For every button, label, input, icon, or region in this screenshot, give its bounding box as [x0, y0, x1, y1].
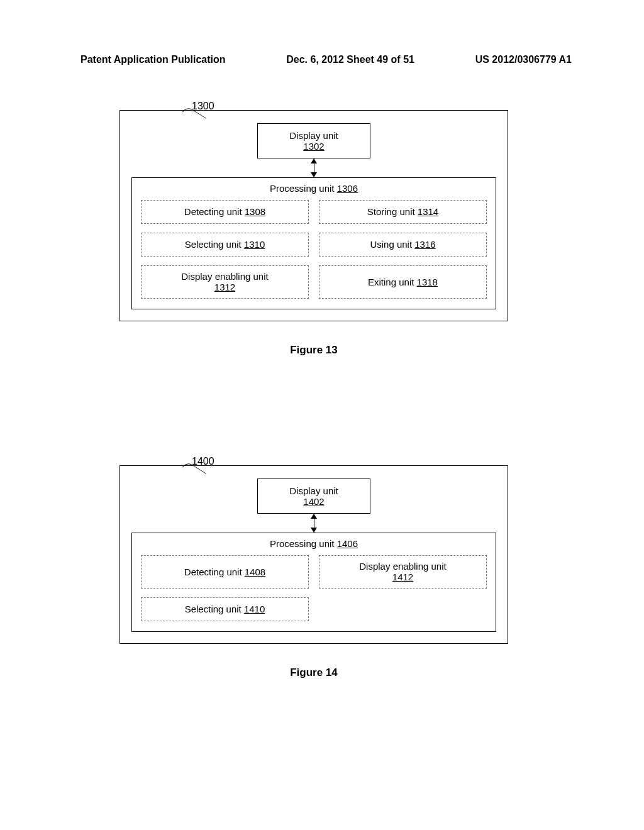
processing-unit-title: Processing unit 1406	[141, 538, 487, 549]
display-unit-num: 1402	[303, 496, 324, 507]
selecting-unit: Selecting unit 1410	[141, 597, 309, 621]
processing-unit-box: Processing unit 1406 Detecting unit 1408…	[131, 533, 496, 632]
figure-caption: Figure 14	[119, 667, 508, 679]
header-left: Patent Application Publication	[80, 54, 226, 65]
display-unit-box: Display unit 1402	[257, 479, 370, 514]
display-unit-box: Display unit 1302	[257, 123, 370, 158]
selecting-unit: Selecting unit 1310	[141, 233, 309, 257]
device-box: Display unit 1302 Processing unit 1306 D…	[119, 110, 508, 321]
figure-14: 1400 Display unit 1402 Processing unit 1…	[119, 465, 508, 679]
display-unit-label: Display unit	[289, 130, 338, 141]
arrow-down-icon	[311, 528, 317, 533]
detecting-unit: Detecting unit 1308	[141, 200, 309, 224]
connector	[131, 514, 496, 533]
using-unit: Using unit 1316	[319, 233, 487, 257]
arrow-down-icon	[311, 172, 317, 177]
figure-caption: Figure 13	[119, 344, 508, 357]
device-box: Display unit 1402 Processing unit 1406 D…	[119, 465, 508, 644]
processing-unit-box: Processing unit 1306 Detecting unit 1308…	[131, 177, 496, 309]
exiting-unit: Exiting unit 1318	[319, 265, 487, 299]
display-enabling-unit: Display enabling unit1412	[319, 555, 487, 589]
storing-unit: Storing unit 1314	[319, 200, 487, 224]
display-enabling-unit: Display enabling unit1312	[141, 265, 309, 299]
display-unit-label: Display unit	[289, 485, 338, 496]
detecting-unit: Detecting unit 1408	[141, 555, 309, 589]
header-center: Dec. 6, 2012 Sheet 49 of 51	[286, 54, 414, 65]
header-right: US 2012/0306779 A1	[475, 54, 572, 65]
display-unit-num: 1302	[303, 141, 324, 152]
page-header: Patent Application Publication Dec. 6, 2…	[0, 54, 644, 65]
processing-unit-title: Processing unit 1306	[141, 183, 487, 194]
subunit-grid: Detecting unit 1408 Display enabling uni…	[141, 555, 487, 621]
subunit-grid: Detecting unit 1308 Storing unit 1314 Se…	[141, 200, 487, 299]
figure-13: 1300 Display unit 1302 Processing unit 1…	[119, 110, 508, 357]
connector	[131, 158, 496, 177]
